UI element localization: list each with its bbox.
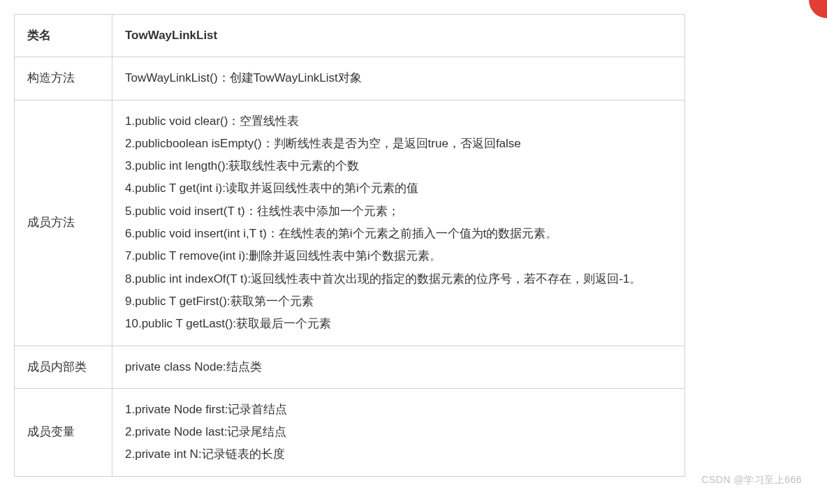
inner-class-content: private class Node:结点类 bbox=[112, 346, 685, 388]
method-item: 4.public T get(int i):读取并返回线性表中的第i个元素的值 bbox=[125, 177, 672, 200]
row-methods: 成员方法 1.public void clear()：空置线性表 2.publi… bbox=[15, 100, 685, 346]
constructor-label: 构造方法 bbox=[15, 57, 112, 100]
fields-label: 成员变量 bbox=[15, 388, 112, 476]
row-constructor: 构造方法 TowWayLinkList()：创建TowWayLinkList对象 bbox=[15, 57, 685, 100]
method-item: 2.publicboolean isEmpty()：判断线性表是否为空，是返回t… bbox=[125, 133, 672, 155]
constructor-content: TowWayLinkList()：创建TowWayLinkList对象 bbox=[112, 57, 685, 100]
field-item: 2.private Node last:记录尾结点 bbox=[125, 421, 672, 443]
header-classname-value: TowWayLinkList bbox=[112, 15, 685, 57]
method-item: 1.public void clear()：空置线性表 bbox=[125, 110, 672, 133]
field-item: 1.private Node first:记录首结点 bbox=[125, 399, 672, 421]
header-classname-label: 类名 bbox=[15, 15, 112, 57]
methods-content: 1.public void clear()：空置线性表 2.publicbool… bbox=[112, 100, 685, 346]
method-item: 9.public T getFirst():获取第一个元素 bbox=[125, 290, 672, 313]
row-fields: 成员变量 1.private Node first:记录首结点 2.privat… bbox=[15, 388, 685, 476]
field-item: 2.private int N:记录链表的长度 bbox=[125, 443, 672, 466]
method-item: 7.public T remove(int i):删除并返回线性表中第i个数据元… bbox=[125, 245, 672, 267]
method-item: 10.public T getLast():获取最后一个元素 bbox=[125, 313, 672, 335]
methods-label: 成员方法 bbox=[15, 100, 112, 346]
method-item: 5.public void insert(T t)：往线性表中添加一个元素； bbox=[125, 200, 672, 223]
method-item: 3.public int length():获取线性表中元素的个数 bbox=[125, 155, 672, 177]
method-item: 8.public int indexOf(T t):返回线性表中首次出现的指定的… bbox=[125, 268, 672, 290]
api-table: 类名 TowWayLinkList 构造方法 TowWayLinkList()：… bbox=[14, 14, 685, 477]
table-header-row: 类名 TowWayLinkList bbox=[15, 15, 685, 57]
method-item: 6.public void insert(int i,T t)：在线性表的第i个… bbox=[125, 223, 672, 245]
watermark: CSDN @学习至上666 bbox=[701, 474, 802, 487]
inner-class-label: 成员内部类 bbox=[15, 346, 112, 388]
row-inner-class: 成员内部类 private class Node:结点类 bbox=[15, 346, 685, 388]
corner-badge bbox=[809, 0, 827, 18]
fields-content: 1.private Node first:记录首结点 2.private Nod… bbox=[112, 388, 685, 476]
